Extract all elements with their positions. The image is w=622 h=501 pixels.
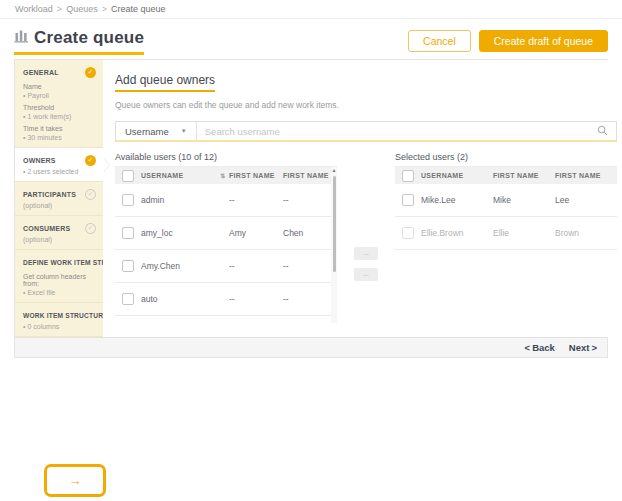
scrollbar-thumb[interactable] xyxy=(333,176,336,272)
column-header-first-name[interactable]: FIRST NAME xyxy=(229,172,283,179)
table-row[interactable]: auto -- -- xyxy=(115,283,337,316)
step-label: CONSUMERS xyxy=(23,225,70,232)
cell-last-name: Lee xyxy=(555,195,617,205)
move-left-button[interactable]: ← xyxy=(354,268,378,281)
cell-first-name: Mike xyxy=(493,195,555,205)
chevron-left-icon: < xyxy=(525,342,531,353)
cell-first-name: -- xyxy=(229,294,283,304)
table-row[interactable]: AutoTester.LicenseRole1 Asd qwe xyxy=(115,316,337,323)
cancel-button[interactable]: Cancel xyxy=(408,30,471,52)
step-detail-value: • 0 columns xyxy=(23,323,96,330)
selected-users-block: Selected users (2) USERNAME FIRST NAME F… xyxy=(395,152,617,323)
row-checkbox[interactable] xyxy=(122,260,134,272)
column-header-first-name-2[interactable]: FIRST NAME xyxy=(283,172,337,179)
available-users-title: Available users (10 of 12) xyxy=(115,152,337,162)
page-title-wrap: Create queue xyxy=(14,28,144,55)
move-right-button[interactable]: → xyxy=(354,247,378,260)
cell-last-name: -- xyxy=(283,195,337,205)
step-general[interactable]: GENERAL ✓ Name • Payroll Threshold • 1 w… xyxy=(15,60,103,148)
step-detail-caption: Get column headers from: xyxy=(23,273,96,287)
column-header-username[interactable]: USERNAME xyxy=(141,172,217,179)
breadcrumb-create-queue: Create queue xyxy=(111,4,166,14)
step-detail-value: (optional) xyxy=(23,202,96,209)
scroll-up-icon[interactable]: ▲ xyxy=(331,167,337,174)
cell-last-name: -- xyxy=(283,261,337,271)
search-icon[interactable] xyxy=(597,122,608,140)
step-label: DEFINE WORK ITEM STR... xyxy=(23,259,113,266)
back-button[interactable]: < Back xyxy=(525,342,555,353)
step-detail-caption: Threshold xyxy=(23,104,96,111)
step-detail-value: (optional) xyxy=(23,236,96,243)
create-queue-panel: GENERAL ✓ Name • Payroll Threshold • 1 w… xyxy=(14,59,608,358)
cell-username: auto xyxy=(141,294,217,304)
row-checkbox[interactable] xyxy=(122,227,134,239)
step-work-item-structure[interactable]: WORK ITEM STRUCTURE ✓ • 0 columns xyxy=(15,303,103,337)
step-owners[interactable]: OWNERS ✓ • 2 users selected xyxy=(15,148,103,182)
select-all-selected-checkbox[interactable] xyxy=(402,170,414,182)
selected-users-title: Selected users (2) xyxy=(395,152,617,162)
transfer-controls: → ← xyxy=(337,152,395,323)
step-detail-caption: Name xyxy=(23,83,96,90)
search-filter-value: Username xyxy=(125,126,169,137)
next-button[interactable]: Next > xyxy=(569,342,597,353)
available-table-header: USERNAME ⇅ FIRST NAME FIRST NAME xyxy=(115,167,337,184)
search-filter-dropdown[interactable]: Username ▼ xyxy=(116,122,197,140)
breadcrumb-workload[interactable]: Workload xyxy=(15,4,53,14)
step-detail-value: • 30 minutes xyxy=(23,134,96,141)
owners-step-content: Add queue owners Queue owners can edit t… xyxy=(103,60,622,337)
selected-table-header: USERNAME FIRST NAME FIRST NAME xyxy=(395,167,617,184)
cell-first-name: -- xyxy=(229,195,283,205)
step-consumers[interactable]: CONSUMERS ✓ (optional) xyxy=(15,216,103,250)
step-detail-value: • Payroll xyxy=(23,92,96,99)
row-checkbox[interactable] xyxy=(402,227,414,239)
step-detail-value: • 1 work item(s) xyxy=(23,113,96,120)
search-input[interactable] xyxy=(197,126,597,137)
table-scrollbar[interactable]: ▲ xyxy=(331,167,337,323)
step-pending-check-icon: ✓ xyxy=(85,189,96,200)
highlighted-arrow-button[interactable]: → xyxy=(44,464,106,497)
back-label: Back xyxy=(532,342,555,353)
available-users-block: Available users (10 of 12) USERNAME ⇅ FI… xyxy=(115,152,337,323)
column-sort-icon[interactable]: ⇅ xyxy=(217,172,229,179)
wizard-footer: < Back Next > xyxy=(15,337,607,357)
cell-first-name: Ellie xyxy=(493,228,555,238)
queue-icon xyxy=(14,29,29,47)
cell-username: admin xyxy=(141,195,217,205)
step-define-work-item-structure[interactable]: DEFINE WORK ITEM STR... ✓ Get column hea… xyxy=(15,250,103,303)
right-arrow-icon: → xyxy=(69,473,82,488)
row-checkbox[interactable] xyxy=(402,194,414,206)
page-header: Create queue Cancel Create draft of queu… xyxy=(0,19,622,59)
step-label: PARTICIPANTS xyxy=(23,191,76,198)
column-header-first-name[interactable]: FIRST NAME xyxy=(493,172,555,179)
header-actions: Cancel Create draft of queue xyxy=(408,30,608,52)
column-header-first-name-2[interactable]: FIRST NAME xyxy=(555,172,617,179)
page-title: Create queue xyxy=(34,28,144,48)
section-title: Add queue owners xyxy=(115,73,215,92)
user-search-bar: Username ▼ xyxy=(115,121,617,142)
table-row[interactable]: Amy.Chen -- -- xyxy=(115,250,337,283)
table-row[interactable]: amy_loc Amy Chen xyxy=(115,217,337,250)
cell-first-name: Amy xyxy=(229,228,283,238)
chevron-right-icon: > xyxy=(591,342,597,353)
table-row[interactable]: Ellie.Brown Ellie Brown xyxy=(395,217,617,250)
cell-username: Mike.Lee xyxy=(421,195,493,205)
select-all-available-checkbox[interactable] xyxy=(122,170,134,182)
table-row[interactable]: admin -- -- xyxy=(115,184,337,217)
cell-last-name: Brown xyxy=(555,228,617,238)
breadcrumb-separator: > xyxy=(102,4,107,14)
step-participants[interactable]: PARTICIPANTS ✓ (optional) xyxy=(15,182,103,216)
step-label: GENERAL xyxy=(23,69,59,76)
cell-last-name: Chen xyxy=(283,228,337,238)
cell-last-name: -- xyxy=(283,294,337,304)
row-checkbox[interactable] xyxy=(122,194,134,206)
cell-username: Ellie.Brown xyxy=(421,228,493,238)
selected-users-table: USERNAME FIRST NAME FIRST NAME Mike.Lee … xyxy=(395,166,617,250)
step-done-check-icon: ✓ xyxy=(85,67,96,78)
create-draft-button[interactable]: Create draft of queue xyxy=(479,30,608,52)
table-row[interactable]: Mike.Lee Mike Lee xyxy=(395,184,617,217)
breadcrumb-queues[interactable]: Queues xyxy=(66,4,98,14)
column-header-username[interactable]: USERNAME xyxy=(421,172,493,179)
row-checkbox[interactable] xyxy=(122,293,134,305)
step-done-check-icon: ✓ xyxy=(85,155,96,166)
step-label: WORK ITEM STRUCTURE xyxy=(23,312,108,319)
